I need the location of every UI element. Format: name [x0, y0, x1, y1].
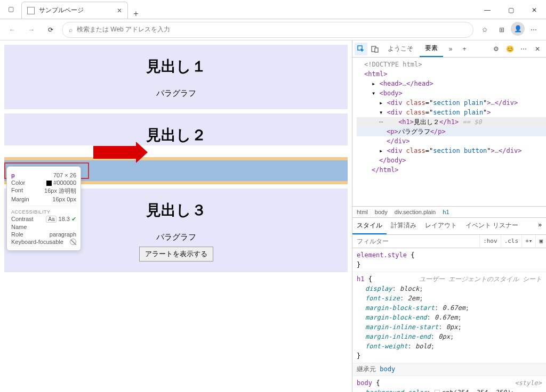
window-controls: ― ▢ ✕	[476, 2, 546, 19]
minimize-button[interactable]: ―	[476, 2, 499, 19]
address-placeholder: 検索または Web アドレスを入力	[77, 25, 170, 34]
page-viewport: 見出し１ パラグラフ 見出し２ パラグラフ 見出し３ パラグラフ アラートを表示…	[0, 40, 352, 392]
inspect-element-button[interactable]	[355, 43, 367, 55]
cls-toggle[interactable]: .cls	[501, 235, 522, 248]
color-swatch-icon[interactable]	[435, 390, 440, 392]
tooltip-dims: 707 × 26	[53, 172, 76, 178]
not-focusable-icon	[70, 239, 76, 245]
box-shadow-editor-icon[interactable]: ▣	[535, 235, 546, 248]
devtools-panel: ようこそ 要素 » + ⚙ 😊 ⋯ ✕ <!DOCTYPE html> <htm…	[352, 40, 546, 392]
tab-close-icon[interactable]: ✕	[117, 7, 122, 14]
more-styles-tabs[interactable]: »	[534, 218, 546, 234]
search-icon: ⌕	[69, 26, 73, 34]
forward-button[interactable]: →	[23, 22, 39, 38]
add-tab-button[interactable]: +	[458, 43, 471, 55]
styles-filter-row: :hov .cls +▾ ▣	[352, 235, 546, 248]
profile-button[interactable]: 👤	[511, 22, 525, 36]
back-button[interactable]: ←	[4, 22, 20, 38]
inspector-tooltip: p707 × 26 Color#000000 Font16px 游明朝 Marg…	[6, 166, 81, 251]
accessibility-header: ACCESSIBILITY	[11, 209, 76, 215]
inherited-from-label: 継承元 body	[352, 363, 546, 376]
tab-welcome[interactable]: ようこそ	[382, 41, 419, 56]
tab-computed[interactable]: 計算済み	[387, 218, 421, 234]
new-style-rule-button[interactable]: +▾	[521, 235, 535, 248]
styles-filter-input[interactable]	[352, 235, 479, 248]
tab-styles[interactable]: スタイル	[352, 218, 387, 234]
rule-element-style[interactable]: element.style {}	[352, 248, 546, 272]
browser-tab[interactable]: サンプルページ ✕	[21, 2, 128, 19]
svg-rect-2	[375, 48, 378, 52]
browser-toolbar: ← → ⟳ ⌕ 検索または Web アドレスを入力 ✩ ⊞ 👤 ⋯	[0, 19, 546, 40]
css-rules[interactable]: element.style {} ユーザー エージェントのスタイル シート h1…	[352, 248, 546, 393]
tab-elements[interactable]: 要素	[420, 40, 443, 57]
window-titlebar: ▢ サンプルページ ✕ + ― ▢ ✕	[0, 0, 546, 19]
collections-button[interactable]: ⊞	[494, 22, 510, 38]
annotation-arrow	[93, 146, 136, 159]
devtools-tabs: ようこそ 要素 » + ⚙ 😊 ⋯ ✕	[352, 40, 546, 58]
rule-h1[interactable]: ユーザー エージェントのスタイル シート h1 { display: block…	[352, 272, 546, 363]
tab-layout[interactable]: レイアウト	[421, 218, 461, 234]
favorites-button[interactable]: ✩	[477, 22, 493, 38]
paragraph-1: パラグラフ	[4, 88, 348, 99]
dom-breadcrumb[interactable]: html body div.section.plain h1	[352, 206, 546, 217]
refresh-button[interactable]: ⟳	[43, 22, 59, 38]
color-swatch	[46, 181, 52, 186]
check-icon: ✔	[71, 216, 76, 222]
maximize-button[interactable]: ▢	[499, 2, 523, 19]
favicon-icon	[27, 7, 35, 14]
more-tabs-button[interactable]: »	[444, 43, 457, 55]
alert-button[interactable]: アラートを表示する	[139, 247, 213, 262]
close-devtools-button[interactable]: ✕	[531, 43, 544, 55]
tab-actions-button[interactable]: ▢	[0, 0, 21, 19]
device-toggle-button[interactable]	[368, 43, 381, 55]
address-bar[interactable]: ⌕ 検索または Web アドレスを入力	[62, 22, 473, 38]
close-button[interactable]: ✕	[523, 2, 546, 19]
section-2: 見出し２	[4, 113, 348, 145]
styles-tabs: スタイル 計算済み レイアウト イベント リスナー »	[352, 217, 546, 235]
new-tab-button[interactable]: +	[128, 9, 144, 19]
section-1: 見出し１ パラグラフ	[4, 45, 348, 109]
menu-button[interactable]: ⋯	[526, 22, 542, 38]
heading-1: 見出し１	[4, 56, 348, 77]
tab-event-listeners[interactable]: イベント リスナー	[461, 218, 523, 234]
rule-body[interactable]: <style> body { background-color: rgb(254…	[352, 376, 546, 393]
feedback-icon[interactable]: 😊	[503, 43, 516, 55]
dom-hovered-p[interactable]: <p>パラグラフ</p>	[357, 127, 546, 136]
aa-badge: Aa	[46, 216, 57, 223]
dom-tree[interactable]: <!DOCTYPE html> <html> ▸ <head>…</head> …	[352, 58, 546, 206]
heading-2: 見出し２	[4, 125, 348, 145]
tooltip-tag: p	[11, 172, 15, 178]
tab-title: サンプルページ	[39, 6, 113, 15]
more-options-button[interactable]: ⋯	[517, 43, 530, 55]
dom-doctype[interactable]: <!DOCTYPE html>	[357, 60, 546, 69]
hov-toggle[interactable]: :hov	[479, 235, 501, 248]
settings-icon[interactable]: ⚙	[489, 43, 502, 55]
dom-selected-h1[interactable]: ⋯ <h1>見出し２</h1> == $0	[357, 117, 546, 127]
